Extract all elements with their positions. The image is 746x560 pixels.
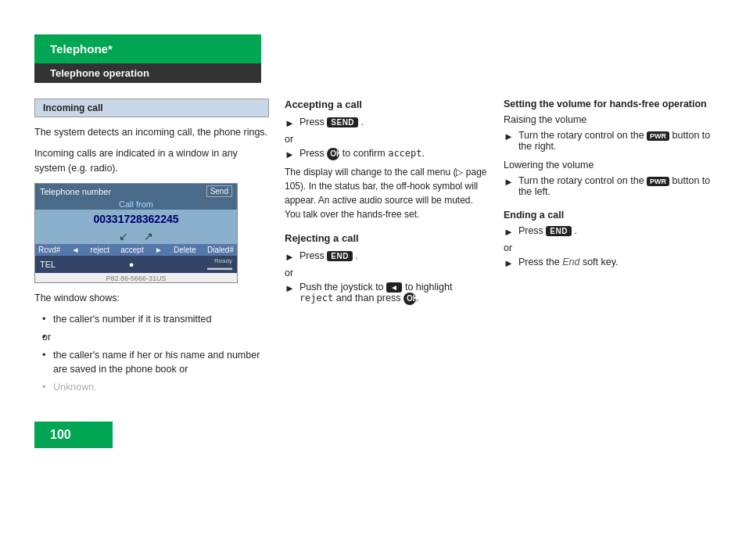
- left-column: Incoming call The system detects an inco…: [34, 99, 285, 398]
- press-end-row: ► Press END .: [504, 225, 715, 238]
- call-menu-description: The display will change to the call menu…: [285, 165, 488, 221]
- window-shows-list: the caller's number if it is transmitted…: [34, 312, 269, 395]
- right-column: Setting the volume for hands-free operat…: [504, 99, 715, 398]
- bullet-number: the caller's number if it is transmitted: [42, 312, 269, 327]
- arrow-icon: ►: [285, 117, 295, 129]
- phone-reject: reject: [91, 246, 109, 254]
- phone-send-btn: Send: [206, 185, 232, 197]
- press-end-reject-row: ► Press END .: [285, 250, 488, 263]
- turn-right-row: ► Turn the rotary control on the PWR but…: [504, 130, 715, 152]
- bullet-or: or: [42, 330, 269, 345]
- arrow-icon2: ►: [285, 149, 295, 160]
- push-joystick-row: ► Push the joystick to ◄ to highlight re…: [285, 282, 488, 305]
- bullet-name: the caller's name if her or his name and…: [42, 348, 269, 378]
- para1: The system detects an incoming call, the…: [34, 125, 269, 140]
- reject-mono: reject: [299, 293, 333, 303]
- phone-accept: accept: [120, 246, 143, 254]
- phone-buttons-row: Rcvd# ◄ reject accept ► Delete Dialed#: [35, 244, 237, 256]
- arrow-icon8: ►: [504, 257, 514, 269]
- incoming-call-header: Incoming call: [34, 99, 269, 117]
- rejecting-call-title: Rejecting a call: [285, 232, 488, 244]
- rejecting-call-section: Rejecting a call ► Press END . or ► Push…: [285, 232, 488, 305]
- middle-column: Accepting a call ► Press SEND . or ► Pre…: [285, 99, 504, 398]
- turn-left-row: ► Turn the rotary control on the PWR but…: [504, 175, 715, 197]
- arrow-icon4: ►: [285, 282, 295, 294]
- press-end-label: Press: [518, 225, 543, 236]
- phone-dot: ●: [129, 260, 134, 269]
- press-ok-label: Press: [299, 148, 325, 159]
- end-soft-word: End: [562, 257, 579, 267]
- press-end-soft-row: ► Press the End soft key.: [504, 257, 715, 269]
- arrow-icon3: ►: [285, 251, 295, 263]
- phone-screen-mockup: Telephone number Send Call from 00331728…: [34, 183, 238, 283]
- push-joystick-text: Push the joystick to: [299, 282, 384, 293]
- press-end-reject-label: Press: [299, 250, 325, 261]
- or3-text: or: [504, 242, 715, 253]
- setting-volume-title: Setting the volume for hands-free operat…: [504, 99, 715, 109]
- then-press-text: and than press: [336, 293, 401, 303]
- para2: Incoming calls are indicated in a window…: [34, 146, 269, 176]
- pwr-badge2: PWR: [647, 177, 669, 186]
- soft-key-text: soft key.: [583, 257, 619, 267]
- bullet-unknown: Unknown.: [42, 380, 269, 395]
- turn-left-label: Turn the rotary control on the: [518, 175, 644, 186]
- accepting-call-title: Accepting a call: [285, 99, 488, 110]
- phone-delete: Delete: [174, 246, 196, 254]
- highlight-text: to highlight: [405, 282, 452, 293]
- phone-reject-left: ◄: [72, 246, 80, 254]
- ok-key-badge: OK: [327, 148, 339, 160]
- press-ok-row: ► Press OK to confirm accept.: [285, 148, 488, 160]
- phone-recvd: Rcvd#: [38, 246, 60, 254]
- ending-call-title: Ending a call: [504, 210, 715, 221]
- phone-number: 00331728362245: [35, 210, 237, 228]
- direction-badge: ◄: [386, 282, 402, 293]
- or2-text: or: [285, 267, 488, 278]
- arrow-icon6: ►: [504, 176, 514, 188]
- arrow-icon7: ►: [504, 226, 514, 238]
- press-send-label: Press: [299, 117, 325, 127]
- phone-arrows: ↙ ↗: [35, 228, 237, 244]
- or1-text: or: [285, 134, 488, 145]
- phone-call-from: Call from: [35, 199, 237, 210]
- phone-status: Ready ▬▬▬▬: [207, 257, 232, 271]
- end-key-badge: END: [546, 226, 572, 236]
- arrow-icon5: ►: [504, 131, 514, 142]
- phone-bottom-bar: TEL ● Ready ▬▬▬▬: [35, 256, 237, 273]
- lowering-label: Lowering the volume: [504, 160, 715, 171]
- section-subtitle: Telephone operation: [34, 63, 261, 83]
- ok-key-badge2: OK: [403, 293, 416, 305]
- end-key-reject-badge: END: [327, 251, 353, 261]
- page-title: Telephone*: [34, 34, 261, 63]
- page-number: 100: [34, 422, 113, 448]
- raising-label: Raising the volume: [504, 114, 715, 125]
- confirm-text: to confirm: [343, 148, 386, 159]
- press-end-soft-text: Press the: [518, 257, 560, 267]
- phone-accept-right: ►: [155, 246, 163, 254]
- window-shows: The window shows:: [34, 291, 269, 306]
- phone-caption: P82.86-5666-31US: [35, 275, 237, 282]
- pwr-badge1: PWR: [647, 131, 669, 141]
- accept-mono: accept: [388, 148, 421, 159]
- send-key-badge: SEND: [327, 117, 358, 127]
- phone-dialed: Dialed#: [207, 246, 234, 254]
- phone-title: Telephone number: [40, 187, 111, 196]
- turn-right-label: Turn the rotary control on the: [518, 130, 644, 141]
- press-send-row: ► Press SEND .: [285, 117, 488, 129]
- phone-tel: TEL: [40, 260, 56, 269]
